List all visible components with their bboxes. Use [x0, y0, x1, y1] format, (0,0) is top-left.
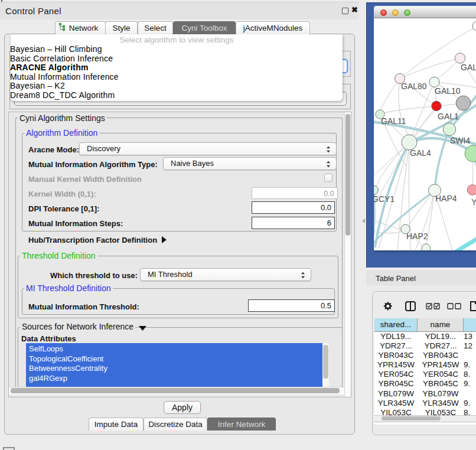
svg-text:HAP4: HAP4: [435, 194, 457, 203]
svg-text:HAP2: HAP2: [406, 231, 428, 241]
svg-text:YJ: YJ: [471, 197, 476, 207]
svg-text:SWI4: SWI4: [450, 136, 470, 145]
svg-text:GAL10: GAL10: [435, 86, 461, 96]
svg-text:GCY1: GCY1: [374, 194, 395, 204]
svg-text:GAL2: GAL2: [461, 63, 476, 72]
svg-text:GAL11: GAL11: [381, 116, 406, 126]
svg-text:GAL4: GAL4: [410, 148, 431, 158]
svg-text:GAL1: GAL1: [438, 112, 459, 121]
svg-text:GAL80: GAL80: [401, 81, 427, 91]
